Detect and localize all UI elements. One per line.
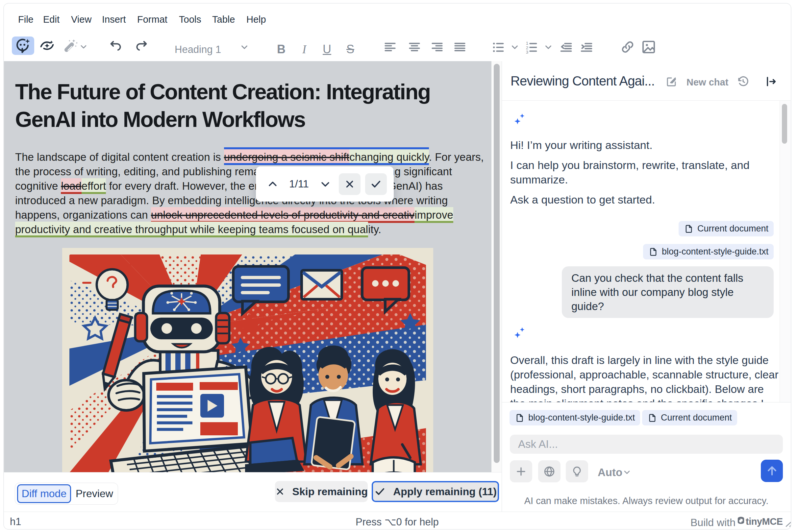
svg-text:3: 3 (526, 50, 528, 55)
